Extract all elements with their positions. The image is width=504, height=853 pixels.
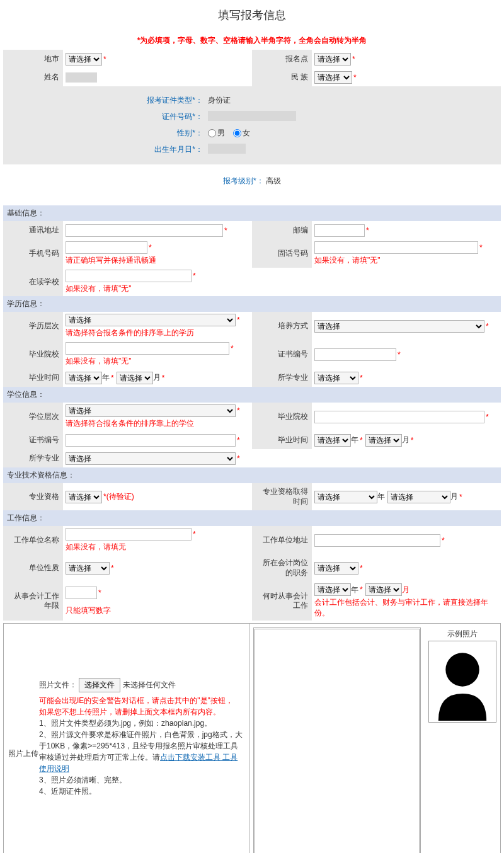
section-basic: 基础信息： bbox=[3, 205, 501, 221]
label-work-start: 何时从事会计工作 bbox=[252, 581, 312, 621]
select-edu-mode[interactable]: 请选择 bbox=[314, 320, 484, 333]
photo-section: 照片上传 照片文件： 选择文件 未选择任何文件 可能会出现IE的安全警告对话框，… bbox=[3, 623, 501, 853]
select-work-nature[interactable]: 请选择 bbox=[66, 562, 110, 575]
input-work-unit[interactable] bbox=[66, 528, 192, 541]
hint-degree-level: 请选择符合报名条件的排序靠上的学位 bbox=[66, 418, 249, 429]
sample-photo-title: 示例照片 bbox=[428, 627, 496, 641]
label-edu-major: 所学专业 bbox=[252, 369, 312, 387]
label-edu-level: 学历层次 bbox=[3, 312, 63, 340]
input-zip[interactable] bbox=[314, 224, 365, 237]
photo-req2-wrap: 2、照片源文件要求是标准证件照片，白色背景，jpg格式，大于10KB，像素>=2… bbox=[39, 729, 245, 774]
label-edu-mode: 培养方式 bbox=[252, 312, 312, 340]
photo-req3: 3、照片必须清晰、完整。 bbox=[39, 774, 245, 786]
svg-point-1 bbox=[445, 653, 479, 687]
input-tel[interactable] bbox=[314, 241, 478, 254]
no-file-text: 未选择任何文件 bbox=[123, 680, 176, 689]
input-work-years[interactable] bbox=[66, 587, 97, 599]
label-dob: 出生年月日*： bbox=[6, 144, 208, 155]
radio-female[interactable] bbox=[233, 129, 241, 137]
input-grad-school[interactable] bbox=[66, 342, 229, 355]
select-pro-year[interactable]: 请选择 bbox=[314, 491, 377, 503]
label-photo-upload: 照片上传 bbox=[8, 627, 39, 853]
input-work-addr[interactable] bbox=[314, 534, 440, 547]
hint-tel: 如果没有，请填"无" bbox=[314, 255, 498, 266]
label-name: 姓名 bbox=[3, 68, 63, 86]
label-pro-time: 专业资格取得时间 bbox=[252, 483, 312, 510]
page-title: 填写报考信息 bbox=[3, 0, 501, 35]
hint-edu-level: 请选择符合报名条件的排序靠上的学历 bbox=[66, 328, 249, 338]
select-reg-point[interactable]: 请选择 bbox=[314, 53, 351, 66]
exam-level-block: 报考级别*： 高级 bbox=[3, 164, 501, 205]
hint-grad-school: 如果没有，请填"无" bbox=[66, 356, 249, 367]
label-degree-level: 学位层次 bbox=[3, 403, 63, 431]
photo-warn2: 如果您不想上传照片，请删掉上面文本框内所有内容。 bbox=[39, 706, 245, 718]
input-mobile[interactable] bbox=[66, 241, 147, 254]
input-degree-cert[interactable] bbox=[66, 434, 236, 447]
name-value bbox=[66, 72, 97, 83]
sample-photo-box bbox=[428, 641, 496, 723]
id-info-block: 报考证件类型*： 身份证 证件号码*： 性别*： 男 女 出生年月日*： bbox=[3, 86, 501, 164]
label-exam-level: 报考级别*： bbox=[223, 176, 264, 185]
select-ethnic[interactable]: 请选择 bbox=[314, 71, 352, 84]
label-id-type: 报考证件类型*： bbox=[6, 95, 208, 106]
label-city: 地市 bbox=[3, 50, 63, 68]
select-grad-year[interactable]: 请选择 bbox=[66, 372, 102, 384]
select-degree-month[interactable]: 请选择 bbox=[365, 434, 402, 447]
label-ethnic: 民 族 bbox=[252, 68, 312, 86]
photo-req4: 4、近期证件照。 bbox=[39, 786, 245, 797]
label-photo-file: 照片文件： bbox=[39, 680, 77, 689]
label-pro-qual: 专业资格 bbox=[3, 483, 63, 510]
input-school[interactable] bbox=[66, 270, 192, 282]
section-edu: 学历信息： bbox=[3, 296, 501, 312]
label-degree-major: 所学专业 bbox=[3, 449, 63, 467]
label-work-nature: 单位性质 bbox=[3, 554, 63, 581]
label-mobile: 手机号码 bbox=[3, 239, 63, 268]
select-edu-level[interactable]: 请选择 bbox=[66, 314, 236, 326]
select-edu-major[interactable]: 请选择 bbox=[314, 372, 358, 384]
label-edu-cert: 证书编号 bbox=[252, 340, 312, 369]
avatar-icon bbox=[430, 643, 495, 721]
label-work-position: 所在会计岗位的职务 bbox=[252, 554, 312, 581]
select-degree-major[interactable]: 请选择 bbox=[66, 452, 236, 465]
photo-req1: 1、照片文件类型必须为.jpg，例如：zhaopian.jpg。 bbox=[39, 718, 245, 729]
input-degree-school[interactable] bbox=[314, 411, 484, 423]
hint-work-unit: 如果没有，请填无 bbox=[66, 542, 249, 552]
input-addr[interactable] bbox=[66, 224, 223, 237]
dob-value bbox=[208, 144, 246, 154]
section-degree: 学位信息： bbox=[3, 387, 501, 403]
select-pro-month[interactable]: 请选择 bbox=[387, 491, 450, 503]
input-edu-cert[interactable] bbox=[314, 348, 396, 361]
id-no-value bbox=[208, 111, 296, 121]
select-city[interactable]: 请选择 bbox=[66, 53, 102, 66]
hint-work-years: 只能填写数字 bbox=[66, 605, 249, 616]
hint-work-start: 会计工作包括会计、财务与审计工作，请直接选择年份。 bbox=[314, 597, 498, 619]
label-school: 在读学校 bbox=[3, 268, 63, 296]
select-pro-qual[interactable]: 请选择 bbox=[66, 491, 102, 503]
select-grad-month[interactable]: 请选择 bbox=[117, 372, 153, 384]
select-degree-level[interactable]: 请选择 bbox=[66, 404, 236, 417]
label-degree-cert: 证书编号 bbox=[3, 431, 63, 449]
label-addr: 通讯地址 bbox=[3, 221, 63, 239]
label-degree-school: 毕业院校 bbox=[252, 403, 312, 431]
label-tel: 固话号码 bbox=[252, 239, 312, 268]
exam-level-value: 高级 bbox=[266, 176, 281, 185]
radio-female-label[interactable]: 女 bbox=[233, 129, 250, 137]
photo-warn1: 可能会出现IE的安全警告对话框，请点击其中的"是"按钮， bbox=[39, 695, 245, 706]
select-work-position[interactable]: 请选择 bbox=[314, 562, 358, 575]
choose-file-button[interactable]: 选择文件 bbox=[79, 678, 120, 692]
label-gender: 性别*： bbox=[6, 128, 208, 139]
select-work-start-year[interactable]: 请选择 bbox=[314, 583, 351, 596]
label-grad-school: 毕业院校 bbox=[3, 340, 63, 369]
label-id-no: 证件号码*： bbox=[6, 112, 208, 122]
radio-male-label[interactable]: 男 bbox=[208, 129, 225, 137]
required-warning: *为必填项，字母、数字、空格请输入半角字符，全角会自动转为半角 bbox=[3, 35, 501, 50]
hint-mobile: 请正确填写并保持通讯畅通 bbox=[66, 255, 249, 266]
select-degree-year[interactable]: 请选择 bbox=[314, 434, 351, 447]
hint-school: 如果没有，请填"无" bbox=[66, 283, 249, 294]
label-reg-point: 报名点 bbox=[252, 50, 312, 68]
radio-male[interactable] bbox=[208, 129, 216, 137]
label-work-years: 从事会计工作年限 bbox=[3, 581, 63, 621]
label-work-addr: 工作单位地址 bbox=[252, 526, 312, 554]
select-work-start-month[interactable]: 请选择 bbox=[365, 583, 402, 596]
label-zip: 邮编 bbox=[252, 221, 312, 239]
